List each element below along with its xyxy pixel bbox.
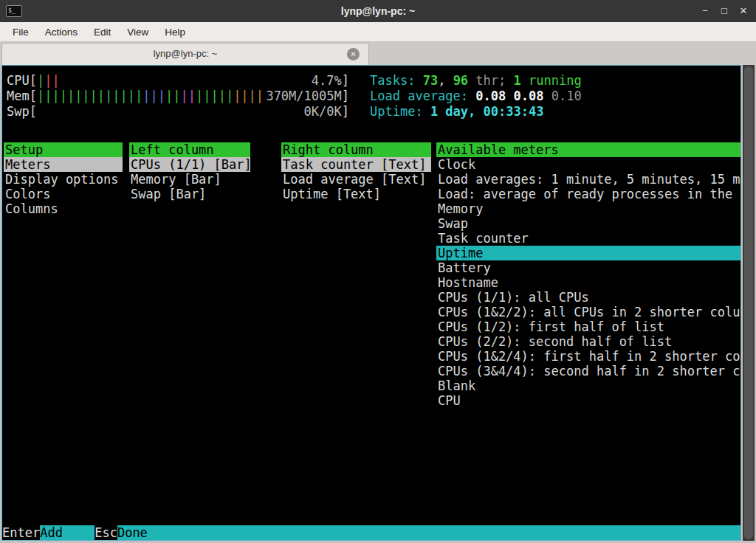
meter-label: CPU[ <box>7 73 37 89</box>
function-bar: EnterAddEscDone <box>2 525 740 540</box>
panel-item-uptime[interactable]: Uptime <box>436 246 740 260</box>
panel-header: Setup <box>4 142 123 157</box>
panel-item-cpus-3-4-4-second-half-in-2-sh[interactable]: CPUs (3&4/4): second half in 2 shorter c… <box>436 364 740 378</box>
panel-header: Right column <box>281 142 431 157</box>
meter-bar <box>37 104 304 120</box>
panel-item-swap[interactable]: Swap <box>436 216 740 231</box>
meter-value: 4.7% <box>312 73 342 89</box>
panel-item-task-counter-text[interactable]: Task counter [Text] <box>281 157 431 172</box>
panel-right-column: Right columnTask counter [Text]Load aver… <box>281 142 431 201</box>
panel-item-task-counter[interactable]: Task counter <box>436 231 740 246</box>
panel-item-cpus-1-1-bar[interactable]: CPUs (1/1) [Bar] <box>129 157 250 172</box>
panel-available-meters: Available metersClockLoad averages: 1 mi… <box>436 142 740 408</box>
header-stats: Tasks: 73, 96 thr; 1 runningLoad average… <box>370 73 582 120</box>
tab-title: lynp@lyn-pc: ~ <box>154 48 218 59</box>
panel-item-colors[interactable]: Colors <box>4 187 123 201</box>
minimize-button[interactable]: − <box>697 3 713 19</box>
meter-value: 370M/1005M <box>266 89 341 104</box>
panel-item-clock[interactable]: Clock <box>436 157 740 172</box>
panel-item-meters[interactable]: Meters <box>4 157 123 172</box>
tab-close-icon[interactable]: ✕ <box>347 48 360 60</box>
panel-item-hostname[interactable]: Hostname <box>436 275 740 290</box>
panel-item-cpus-1-1-all-cpus[interactable]: CPUs (1/1): all CPUs <box>436 290 740 305</box>
meter-bracket: ] <box>342 89 349 104</box>
meter-mem: Mem[||||||||||||||||||||||||||||||370M/1… <box>7 89 349 104</box>
meter-swp: Swp[0K/0K] <box>7 104 349 120</box>
panel-item-cpus-1-2-first-half-of-list[interactable]: CPUs (1/2): first half of list <box>436 319 740 334</box>
window-controls: −□✕ <box>694 0 752 22</box>
panel-item-blank[interactable]: Blank <box>436 378 740 393</box>
panel-item-load-averages-1-minute-5-minut[interactable]: Load averages: 1 minute, 5 minutes, 15 m… <box>436 172 740 187</box>
panel-item-columns[interactable]: Columns <box>4 201 123 216</box>
menu-item-help[interactable]: Help <box>157 24 193 41</box>
scrollbar-thumb[interactable] <box>744 66 753 539</box>
maximize-button[interactable]: □ <box>716 3 732 19</box>
title-bar: $_ lynp@lyn-pc: ~ −□✕ <box>0 0 756 22</box>
meter-bracket: ] <box>342 73 349 89</box>
menu-bar: FileActionsEditViewHelp <box>0 22 756 42</box>
close-button[interactable]: ✕ <box>735 3 752 19</box>
fnkey-enter[interactable]: Enter <box>2 525 40 540</box>
panel-setup: SetupMetersDisplay optionsColorsColumns <box>4 142 123 216</box>
meter-label: Swp[ <box>7 104 37 120</box>
stat-tasks: Tasks: 73, 96 thr; 1 running <box>370 73 582 89</box>
terminal-window: $_ lynp@lyn-pc: ~ −□✕ FileActionsEditVie… <box>0 0 756 543</box>
menu-item-edit[interactable]: Edit <box>86 24 119 41</box>
fnaction-add[interactable]: Add <box>40 525 94 540</box>
stat-uptime: Uptime: 1 day, 00:33:43 <box>370 104 582 120</box>
panel-item-cpu[interactable]: CPU <box>436 393 740 408</box>
fnkey-esc[interactable]: Esc <box>94 525 117 540</box>
panel-item-battery[interactable]: Battery <box>436 260 740 275</box>
panel-item-swap-bar[interactable]: Swap [Bar] <box>129 187 250 201</box>
tab-terminal[interactable]: lynp@lyn-pc: ~ ✕ <box>1 43 369 65</box>
panel-header: Available meters <box>436 142 740 157</box>
panel-header: Left column <box>129 142 250 157</box>
panel-item-uptime-text[interactable]: Uptime [Text] <box>281 187 431 201</box>
panel-item-load-average-of-ready-processe[interactable]: Load: average of ready processes in the … <box>436 187 740 201</box>
meter-bar: |||||||||||||||||||||||||||||| <box>37 89 266 104</box>
menu-item-file[interactable]: File <box>4 24 37 41</box>
panel-item-display-options[interactable]: Display options <box>4 172 123 187</box>
panel-item-cpus-1-2-4-first-half-in-2-sho[interactable]: CPUs (1&2/4): first half in 2 shorter co… <box>436 349 740 364</box>
meter-label: Mem[ <box>7 89 37 104</box>
panel-item-memory-bar[interactable]: Memory [Bar] <box>129 172 250 187</box>
scrollbar[interactable] <box>743 65 755 541</box>
stat-load-average: Load average: 0.08 0.08 0.10 <box>370 89 582 104</box>
panel-item-cpus-1-2-2-all-cpus-in-2-short[interactable]: CPUs (1&2/2): all CPUs in 2 shorter colu… <box>436 305 740 319</box>
meter-bar: ||| <box>37 73 312 89</box>
meter-bracket: ] <box>342 104 349 120</box>
window-title: lynp@lyn-pc: ~ <box>0 0 756 22</box>
tab-bar: lynp@lyn-pc: ~ ✕ <box>0 42 756 65</box>
menu-item-actions[interactable]: Actions <box>37 24 86 41</box>
header-meters: CPU[|||4.7%]Mem[||||||||||||||||||||||||… <box>7 73 349 120</box>
terminal-screen: CPU[|||4.7%]Mem[||||||||||||||||||||||||… <box>1 65 741 541</box>
meter-cpu: CPU[|||4.7%] <box>7 73 349 89</box>
meter-value: 0K/0K <box>304 104 342 120</box>
fnaction-done[interactable]: Done <box>117 525 740 540</box>
panel-item-cpus-2-2-second-half-of-list[interactable]: CPUs (2/2): second half of list <box>436 334 740 349</box>
panel-left-column: Left columnCPUs (1/1) [Bar]Memory [Bar]S… <box>129 142 250 201</box>
panel-item-memory[interactable]: Memory <box>436 201 740 216</box>
menu-item-view[interactable]: View <box>119 24 157 41</box>
panel-item-load-average-text[interactable]: Load average [Text] <box>281 172 431 187</box>
